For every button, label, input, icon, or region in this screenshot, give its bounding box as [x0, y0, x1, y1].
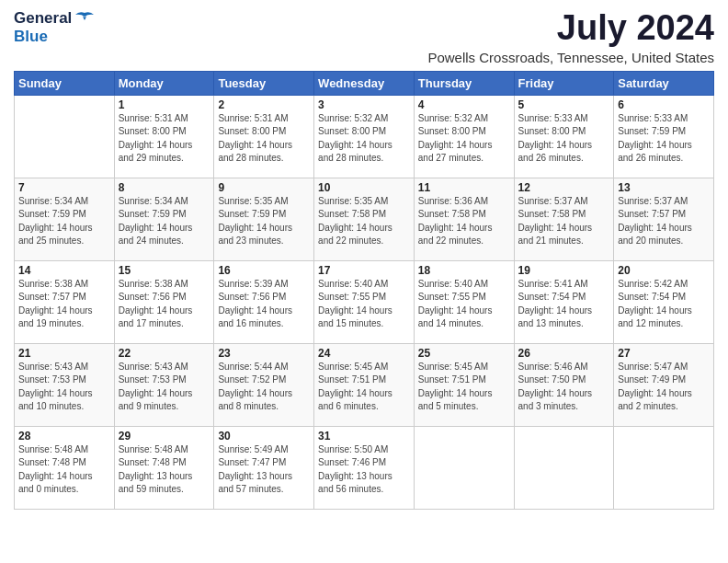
week-row-3: 14Sunrise: 5:38 AMSunset: 7:57 PMDayligh…: [15, 260, 714, 343]
day-info: Sunrise: 5:47 AMSunset: 7:49 PMDaylight:…: [618, 361, 710, 414]
day-cell: 8Sunrise: 5:34 AMSunset: 7:59 PMDaylight…: [114, 178, 214, 260]
day-cell: [414, 426, 514, 509]
day-info: Sunrise: 5:36 AMSunset: 7:58 PMDaylight:…: [418, 195, 510, 248]
day-number: 17: [318, 264, 410, 277]
day-number: 2: [218, 98, 310, 111]
logo-blue: Blue: [14, 28, 48, 45]
day-info: Sunrise: 5:44 AMSunset: 7:52 PMDaylight:…: [218, 361, 310, 414]
title-area: July 2024 Powells Crossroads, Tennessee,…: [427, 9, 714, 65]
header: General Blue July 2024 Powells Crossroad…: [14, 9, 714, 65]
day-cell: 28Sunrise: 5:48 AMSunset: 7:48 PMDayligh…: [15, 426, 115, 509]
weekday-header-friday: Friday: [514, 71, 614, 95]
weekday-header-sunday: Sunday: [15, 71, 115, 95]
week-row-4: 21Sunrise: 5:43 AMSunset: 7:53 PMDayligh…: [15, 343, 714, 426]
day-info: Sunrise: 5:37 AMSunset: 7:58 PMDaylight:…: [518, 195, 610, 248]
logo-bird-icon: [74, 11, 96, 26]
day-number: 11: [418, 181, 510, 194]
day-number: 26: [518, 347, 610, 360]
day-number: 14: [18, 264, 110, 277]
day-cell: 24Sunrise: 5:45 AMSunset: 7:51 PMDayligh…: [314, 343, 415, 426]
weekday-header-monday: Monday: [114, 71, 214, 95]
day-cell: 31Sunrise: 5:50 AMSunset: 7:46 PMDayligh…: [314, 426, 415, 509]
day-cell: 11Sunrise: 5:36 AMSunset: 7:58 PMDayligh…: [414, 178, 514, 260]
weekday-header-saturday: Saturday: [614, 71, 714, 95]
day-info: Sunrise: 5:39 AMSunset: 7:56 PMDaylight:…: [218, 278, 310, 331]
weekday-header-row: SundayMondayTuesdayWednesdayThursdayFrid…: [15, 71, 714, 95]
day-cell: 30Sunrise: 5:49 AMSunset: 7:47 PMDayligh…: [214, 426, 314, 509]
day-number: 15: [119, 264, 210, 277]
day-info: Sunrise: 5:33 AMSunset: 8:00 PMDaylight:…: [518, 112, 610, 166]
day-cell: 27Sunrise: 5:47 AMSunset: 7:49 PMDayligh…: [614, 343, 714, 426]
day-info: Sunrise: 5:42 AMSunset: 7:54 PMDaylight:…: [618, 278, 710, 331]
day-cell: 16Sunrise: 5:39 AMSunset: 7:56 PMDayligh…: [214, 260, 314, 343]
day-info: Sunrise: 5:43 AMSunset: 7:53 PMDaylight:…: [119, 361, 210, 414]
day-cell: 4Sunrise: 5:32 AMSunset: 8:00 PMDaylight…: [414, 95, 514, 178]
day-info: Sunrise: 5:34 AMSunset: 7:59 PMDaylight:…: [119, 195, 210, 248]
day-info: Sunrise: 5:43 AMSunset: 7:53 PMDaylight:…: [18, 361, 110, 414]
day-cell: 23Sunrise: 5:44 AMSunset: 7:52 PMDayligh…: [214, 343, 314, 426]
day-info: Sunrise: 5:45 AMSunset: 7:51 PMDaylight:…: [418, 361, 510, 414]
week-row-2: 7Sunrise: 5:34 AMSunset: 7:59 PMDaylight…: [15, 178, 714, 260]
day-number: 9: [218, 181, 310, 194]
day-info: Sunrise: 5:46 AMSunset: 7:50 PMDaylight:…: [518, 361, 610, 414]
day-number: 12: [518, 181, 610, 194]
day-number: 21: [18, 347, 110, 360]
day-number: 19: [518, 264, 610, 277]
day-info: Sunrise: 5:45 AMSunset: 7:51 PMDaylight:…: [318, 361, 410, 414]
day-number: 1: [119, 98, 210, 111]
day-cell: 6Sunrise: 5:33 AMSunset: 7:59 PMDaylight…: [614, 95, 714, 178]
weekday-header-tuesday: Tuesday: [214, 71, 314, 95]
day-number: 27: [618, 347, 710, 360]
week-row-1: 1Sunrise: 5:31 AMSunset: 8:00 PMDaylight…: [15, 95, 714, 178]
day-cell: 10Sunrise: 5:35 AMSunset: 7:58 PMDayligh…: [314, 178, 415, 260]
day-info: Sunrise: 5:35 AMSunset: 7:59 PMDaylight:…: [218, 195, 310, 248]
day-cell: 25Sunrise: 5:45 AMSunset: 7:51 PMDayligh…: [414, 343, 514, 426]
day-cell: 13Sunrise: 5:37 AMSunset: 7:57 PMDayligh…: [614, 178, 714, 260]
day-number: 28: [18, 430, 110, 442]
day-number: 7: [18, 181, 110, 194]
day-number: 4: [418, 98, 510, 111]
day-cell: 7Sunrise: 5:34 AMSunset: 7:59 PMDaylight…: [15, 178, 115, 260]
day-info: Sunrise: 5:40 AMSunset: 7:55 PMDaylight:…: [318, 278, 410, 331]
day-number: 13: [618, 181, 710, 194]
day-cell: 1Sunrise: 5:31 AMSunset: 8:00 PMDaylight…: [114, 95, 214, 178]
day-info: Sunrise: 5:38 AMSunset: 7:57 PMDaylight:…: [18, 278, 110, 331]
day-cell: 19Sunrise: 5:41 AMSunset: 7:54 PMDayligh…: [514, 260, 614, 343]
day-info: Sunrise: 5:37 AMSunset: 7:57 PMDaylight:…: [618, 195, 710, 248]
day-cell: 14Sunrise: 5:38 AMSunset: 7:57 PMDayligh…: [15, 260, 115, 343]
day-cell: [614, 426, 714, 509]
day-cell: 21Sunrise: 5:43 AMSunset: 7:53 PMDayligh…: [15, 343, 115, 426]
day-number: 24: [318, 347, 410, 360]
day-number: 22: [119, 347, 210, 360]
calendar-table: SundayMondayTuesdayWednesdayThursdayFrid…: [14, 71, 714, 510]
day-number: 23: [218, 347, 310, 360]
day-info: Sunrise: 5:40 AMSunset: 7:55 PMDaylight:…: [418, 278, 510, 331]
day-number: 31: [318, 430, 410, 442]
day-info: Sunrise: 5:31 AMSunset: 8:00 PMDaylight:…: [218, 112, 310, 166]
day-number: 10: [318, 181, 410, 194]
day-cell: [514, 426, 614, 509]
day-cell: 3Sunrise: 5:32 AMSunset: 8:00 PMDaylight…: [314, 95, 415, 178]
day-info: Sunrise: 5:32 AMSunset: 8:00 PMDaylight:…: [318, 112, 410, 166]
day-cell: [15, 95, 115, 178]
day-cell: 18Sunrise: 5:40 AMSunset: 7:55 PMDayligh…: [414, 260, 514, 343]
day-cell: 22Sunrise: 5:43 AMSunset: 7:53 PMDayligh…: [114, 343, 214, 426]
day-info: Sunrise: 5:31 AMSunset: 8:00 PMDaylight:…: [119, 112, 210, 166]
day-cell: 5Sunrise: 5:33 AMSunset: 8:00 PMDaylight…: [514, 95, 614, 178]
day-info: Sunrise: 5:34 AMSunset: 7:59 PMDaylight:…: [18, 195, 110, 248]
day-info: Sunrise: 5:49 AMSunset: 7:47 PMDaylight:…: [218, 443, 310, 497]
day-info: Sunrise: 5:35 AMSunset: 7:58 PMDaylight:…: [318, 195, 410, 248]
day-info: Sunrise: 5:41 AMSunset: 7:54 PMDaylight:…: [518, 278, 610, 331]
day-number: 8: [119, 181, 210, 194]
day-number: 16: [218, 264, 310, 277]
day-info: Sunrise: 5:38 AMSunset: 7:56 PMDaylight:…: [119, 278, 210, 331]
day-number: 30: [218, 430, 310, 442]
day-cell: 29Sunrise: 5:48 AMSunset: 7:48 PMDayligh…: [114, 426, 214, 509]
day-cell: 9Sunrise: 5:35 AMSunset: 7:59 PMDaylight…: [214, 178, 314, 260]
day-cell: 12Sunrise: 5:37 AMSunset: 7:58 PMDayligh…: [514, 178, 614, 260]
location-title: Powells Crossroads, Tennessee, United St…: [427, 50, 714, 65]
day-info: Sunrise: 5:48 AMSunset: 7:48 PMDaylight:…: [119, 443, 210, 497]
day-cell: 2Sunrise: 5:31 AMSunset: 8:00 PMDaylight…: [214, 95, 314, 178]
weekday-header-thursday: Thursday: [414, 71, 514, 95]
day-number: 29: [119, 430, 210, 442]
